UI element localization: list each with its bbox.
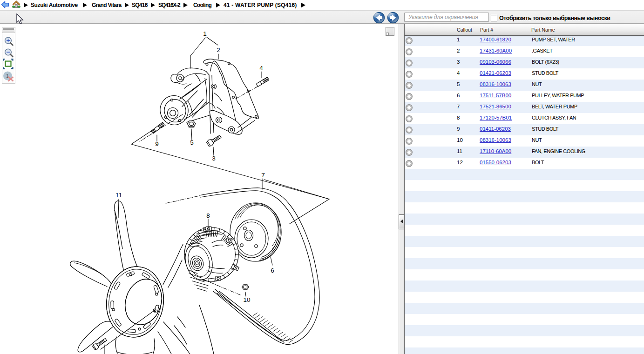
svg-text:5: 5 [190, 139, 194, 146]
svg-text:6: 6 [271, 267, 274, 274]
svg-text:3: 3 [212, 155, 216, 162]
svg-text:8: 8 [206, 212, 210, 219]
svg-text:7: 7 [261, 172, 265, 179]
svg-text:11: 11 [115, 192, 122, 199]
svg-text:4: 4 [259, 65, 263, 72]
svg-text:1: 1 [203, 30, 207, 37]
svg-text:10: 10 [243, 296, 250, 303]
svg-text:9: 9 [155, 140, 159, 147]
svg-text:2: 2 [217, 47, 220, 53]
